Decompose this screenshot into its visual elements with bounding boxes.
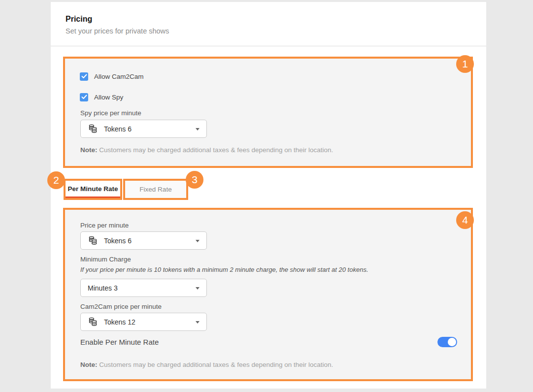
cam2cam-price-value: Tokens 12 xyxy=(104,318,135,326)
allow-spy-row: Allow Spy xyxy=(80,93,123,101)
tab-per-minute-rate[interactable]: Per Minute Rate xyxy=(66,181,120,198)
minimum-charge-label: Minimum Charge xyxy=(80,256,131,263)
chevron-down-icon xyxy=(196,287,200,290)
annotation-box-fixed-rate-tab: Fixed Rate xyxy=(123,179,188,200)
allow-cam2cam-row: Allow Cam2Cam xyxy=(80,72,144,81)
enable-per-minute-rate-label: Enable Per Minute Rate xyxy=(80,338,159,346)
toggle-knob xyxy=(448,338,456,346)
annotation-box-spy-section: 1 Allow Cam2Cam Allow Spy Spy price per … xyxy=(63,57,473,168)
annotation-box-rate-section: 4 Price per minute Tokens 6 xyxy=(63,208,473,381)
price-per-minute-value: Tokens 6 xyxy=(104,237,132,245)
annotation-badge-4: 4 xyxy=(456,211,474,229)
spy-price-value: Tokens 6 xyxy=(104,125,132,133)
chevron-down-icon xyxy=(196,128,200,131)
allow-cam2cam-checkbox[interactable] xyxy=(80,72,88,81)
annotation-badge-1: 1 xyxy=(456,55,474,73)
spy-note: Note: Customers may be charged additiona… xyxy=(80,146,333,154)
annotation-box-per-minute-tab: Per Minute Rate xyxy=(64,179,122,200)
check-icon xyxy=(81,74,87,79)
tokens-icon xyxy=(88,235,98,246)
chevron-down-icon xyxy=(196,321,200,324)
chevron-down-icon xyxy=(196,240,200,242)
tab-fixed-rate[interactable]: Fixed Rate xyxy=(125,181,186,198)
price-per-minute-label: Price per minute xyxy=(80,222,129,229)
note-label: Note: xyxy=(80,146,98,154)
minimum-charge-value: Minutes 3 xyxy=(88,284,118,292)
tokens-icon xyxy=(88,124,98,134)
tokens-icon xyxy=(88,317,98,327)
enable-per-minute-rate-row: Enable Per Minute Rate xyxy=(80,337,457,347)
allow-spy-label: Allow Spy xyxy=(94,94,123,101)
annotation-badge-2: 2 xyxy=(47,171,65,189)
spy-price-select[interactable]: Tokens 6 xyxy=(80,120,207,138)
spy-price-label: Spy price per minute xyxy=(80,109,141,117)
cam2cam-price-label: Cam2Cam price per minute xyxy=(80,303,162,310)
minimum-charge-hint: If your price per minute is 10 tokens wi… xyxy=(80,266,368,273)
enable-per-minute-rate-toggle[interactable] xyxy=(437,337,457,347)
allow-spy-checkbox[interactable] xyxy=(80,93,88,101)
cam2cam-price-select[interactable]: Tokens 12 xyxy=(80,313,207,331)
minimum-charge-select[interactable]: Minutes 3 xyxy=(80,279,207,297)
price-per-minute-select[interactable]: Tokens 6 xyxy=(80,231,207,250)
page-subtitle: Set your prices for private shows xyxy=(66,27,169,35)
header-divider xyxy=(51,46,486,46)
note-label: Note: xyxy=(80,361,98,368)
rate-note: Note: Customers may be charged additiona… xyxy=(80,361,333,368)
note-text: Customers may be charged additional taxe… xyxy=(98,146,333,154)
check-icon xyxy=(81,95,87,99)
page-title: Pricing xyxy=(66,15,92,24)
note-text: Customers may be charged additional taxe… xyxy=(98,361,333,368)
allow-cam2cam-label: Allow Cam2Cam xyxy=(94,73,144,80)
pricing-settings-card: Pricing Set your prices for private show… xyxy=(51,2,486,389)
annotation-badge-3: 3 xyxy=(186,171,203,189)
